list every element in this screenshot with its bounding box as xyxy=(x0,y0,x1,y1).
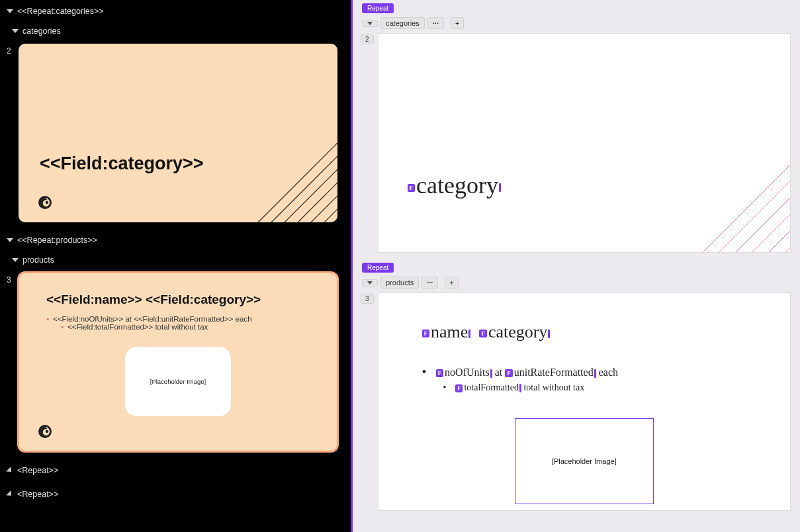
slide-number: 2 xyxy=(7,46,11,56)
repeat-badge: Repeat xyxy=(362,263,394,273)
control-row: products ··· + xyxy=(358,275,793,292)
svg-line-12 xyxy=(691,158,791,253)
svg-line-16 xyxy=(757,224,791,253)
svg-line-17 xyxy=(774,241,791,253)
placeholder-image: [Placeholder Image] xyxy=(515,418,654,504)
tree-label: categories xyxy=(22,26,61,36)
tree-products[interactable]: products xyxy=(0,250,351,270)
preview-panel: Repeat categories ··· + 2 Fcategory xyxy=(351,0,800,532)
svg-line-0 xyxy=(232,116,337,222)
plus-button[interactable]: + xyxy=(451,17,464,29)
bullet-row-2: FtotalFormatted total without tax xyxy=(443,382,790,393)
field-close-icon xyxy=(548,330,550,338)
decor-lines-icon xyxy=(232,116,337,222)
bullet-2: <<Field:totalFormatted>> total without t… xyxy=(61,323,337,331)
chevron-down-icon xyxy=(367,22,373,25)
preview-wrap: 2 Fcategory xyxy=(358,33,793,255)
slide-title: <<Field:category>> xyxy=(40,154,204,174)
expand-button[interactable] xyxy=(362,20,378,27)
tree-repeat-categories[interactable]: <<Repeat:categories>> xyxy=(0,1,351,21)
tree-end-repeat-1[interactable]: <Repeat>> xyxy=(0,461,351,480)
dots-button[interactable]: ··· xyxy=(422,277,438,288)
caret-down-icon xyxy=(12,29,19,33)
slide-thumbnail-3[interactable]: <<Field:name>> <<Field:category>> <<Fiel… xyxy=(19,273,337,451)
preview-number: 3 xyxy=(361,294,374,304)
field-category: Fcategory xyxy=(408,171,501,199)
bullet-1: <<Field:noOfUnits>> at <<Field:unitRateF… xyxy=(46,315,337,323)
placeholder-image: [Placeholder Image] xyxy=(125,347,231,416)
caret-icon xyxy=(6,490,13,498)
slide-2-container: 2 <<Field:category>> xyxy=(0,44,351,222)
preview-wrap: 3 Fname Fcategory FnoOfUnits at FunitRat… xyxy=(358,292,793,513)
dots-button[interactable]: ··· xyxy=(427,17,444,29)
preview-number: 2 xyxy=(361,34,374,44)
slide-title: <<Field:name>> <<Field:category>> xyxy=(19,273,337,311)
svg-line-15 xyxy=(740,208,791,253)
tag-button[interactable]: products xyxy=(380,277,419,288)
field-tag-icon: F xyxy=(408,184,416,192)
field-tag-icon: F xyxy=(436,369,444,377)
logo-icon xyxy=(37,423,53,439)
template-outline-panel: <<Repeat:categories>> categories 2 <<Fie… xyxy=(0,0,351,532)
tree-label: <Repeat>> xyxy=(17,490,58,499)
decor-lines-icon xyxy=(658,125,791,253)
svg-point-9 xyxy=(46,430,48,433)
chevron-down-icon xyxy=(367,281,373,285)
tree-label: <Repeat>> xyxy=(17,466,58,475)
tree-label: <<Repeat:categories>> xyxy=(17,7,104,16)
svg-line-14 xyxy=(724,191,791,253)
svg-line-1 xyxy=(245,130,337,222)
caret-down-icon xyxy=(7,238,13,242)
tree-repeat-products[interactable]: <<Repeat:products>> xyxy=(0,230,351,250)
slide-3-container: 3 <<Field:name>> <<Field:category>> <<Fi… xyxy=(0,273,351,451)
preview-bullets: FnoOfUnits at FunitRateFormatted each Ft… xyxy=(378,342,790,393)
plus-button[interactable]: + xyxy=(445,277,458,288)
repeat-badge: Repeat xyxy=(362,3,394,13)
repeat-block-products: Repeat products ··· + 3 Fname Fcategory … xyxy=(358,261,793,513)
preview-slide-2[interactable]: Fcategory xyxy=(378,33,791,253)
field-tag-icon: F xyxy=(422,330,430,337)
expand-button[interactable] xyxy=(362,279,378,287)
control-row: categories ··· + xyxy=(358,16,793,33)
bullet-row-1: FnoOfUnits at FunitRateFormatted each xyxy=(422,365,790,380)
caret-down-icon xyxy=(7,9,13,13)
logo-icon xyxy=(37,195,53,210)
field-tag-icon: F xyxy=(479,330,487,337)
field-close-icon xyxy=(468,330,470,338)
preview-title: Fname Fcategory xyxy=(378,293,790,342)
svg-line-11 xyxy=(674,142,791,253)
caret-icon xyxy=(6,466,13,474)
svg-line-13 xyxy=(707,175,791,253)
slide-number: 3 xyxy=(7,275,11,285)
tree-label: <<Repeat:products>> xyxy=(17,236,97,245)
tree-end-repeat-2[interactable]: <Repeat>> xyxy=(0,484,351,504)
preview-slide-3[interactable]: Fname Fcategory FnoOfUnits at FunitRateF… xyxy=(378,292,791,511)
repeat-block-categories: Repeat categories ··· + 2 Fcategory xyxy=(358,1,793,255)
slide-thumbnail-2[interactable]: <<Field:category>> xyxy=(19,44,337,222)
slide-bullets: <<Field:noOfUnits>> at <<Field:unitRateF… xyxy=(19,311,337,331)
field-close-icon xyxy=(499,183,501,192)
tree-label: products xyxy=(22,255,54,265)
field-tag-icon: F xyxy=(455,384,463,392)
tag-button[interactable]: categories xyxy=(380,17,425,29)
svg-point-8 xyxy=(46,201,48,204)
field-tag-icon: F xyxy=(505,369,513,377)
tree-categories[interactable]: categories xyxy=(0,21,351,41)
caret-down-icon xyxy=(12,258,19,262)
